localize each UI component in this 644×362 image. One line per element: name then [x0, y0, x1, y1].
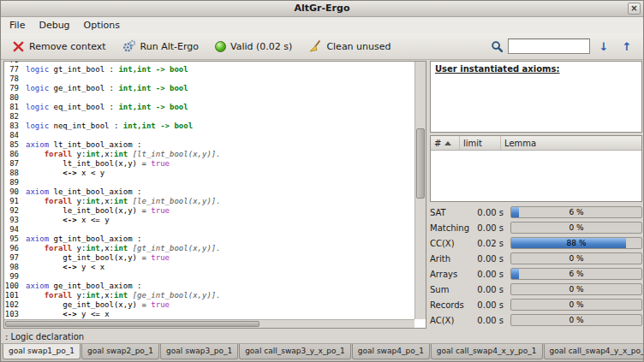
menu-item-options[interactable]: Options [77, 18, 127, 33]
code-line[interactable]: 93 <-> x <= y [4, 216, 414, 225]
code-lines: 7677logic gt_int_bool : int,int -> bool7… [4, 62, 414, 319]
code-token: logic [26, 65, 49, 74]
column-limit-label: limit [463, 139, 482, 148]
code-text: <-> y < x [26, 263, 104, 272]
tab-goal-swap4_po_1[interactable]: goal swap4_po_1 [352, 344, 430, 359]
column-lemma-label: Lemma [504, 139, 536, 148]
progress-bar: 88 % [510, 237, 642, 249]
code-text: forall y:int,x:int [le_int_bool(x,y)]. [26, 197, 221, 206]
code-token: int [114, 150, 128, 158]
close-button[interactable]: × [628, 3, 641, 15]
instantiated-axioms-header: User instantiated axioms: [435, 64, 559, 74]
code-line[interactable]: 78 [4, 74, 414, 84]
code-text: ge_int_bool(x,y) = true [26, 300, 170, 310]
code-line[interactable]: 103 <-> y <= x [4, 310, 414, 319]
editor-hscrollbar[interactable] [4, 319, 414, 328]
code-token: [le_int_bool(x,y)]. [133, 197, 221, 205]
line-number: 77 [4, 65, 26, 74]
editor-vscrollbar[interactable] [414, 62, 426, 319]
code-editor[interactable]: 7677logic gt_int_bool : int,int -> bool7… [4, 62, 414, 319]
line-number: 81 [4, 103, 26, 112]
code-token: le_int_bool_axiom : [49, 187, 141, 196]
code-text: axiom lt_int_bool_axiom : [26, 140, 141, 150]
code-text: <-> x < y [26, 169, 104, 178]
progress-label: 0 % [511, 253, 641, 264]
menu-item-debug[interactable]: Debug [32, 18, 76, 33]
code-token: true [151, 206, 170, 215]
code-line[interactable]: 92 le_int_bool(x,y) = true [4, 206, 414, 216]
code-line[interactable]: 95axiom gt_int_bool_axiom : [4, 234, 414, 244]
search-input[interactable] [508, 39, 590, 54]
column-header-index[interactable]: # [431, 136, 460, 150]
stat-time: 0.00 s [473, 300, 510, 310]
tab-goal-call_swap3_y_x_po_1[interactable]: goal call_swap3_y_x_po_1 [239, 344, 351, 359]
search-next-button[interactable]: ↓ [594, 38, 613, 55]
hscrollbar-thumb[interactable] [5, 321, 259, 327]
menu-item-file[interactable]: File [3, 18, 32, 33]
progress-label: 0 % [511, 284, 641, 294]
code-text: logic gt_int_bool : int,int -> bool [26, 65, 188, 74]
toolbar: Remove context Run Alt-Ergo Valid (0.02 … [1, 33, 643, 60]
code-token: int [86, 291, 99, 300]
stat-time: 0.00 s [473, 254, 510, 264]
code-token: neq_int_bool : [49, 122, 123, 130]
run-alt-ergo-button[interactable]: Run Alt-Ergo [116, 37, 205, 56]
code-token: ,x: [100, 244, 114, 252]
code-line[interactable]: 102 ge_int_bool(x,y) = true [4, 300, 414, 310]
code-line[interactable]: 94 [4, 225, 414, 234]
code-token: logic [26, 122, 49, 130]
code-line[interactable]: 100axiom ge_int_bool_axiom : [4, 282, 414, 291]
code-line[interactable]: 79logic ge_int_bool : int,int -> bool [4, 84, 414, 93]
code-line[interactable]: 77logic gt_int_bool : int,int -> bool [4, 65, 414, 74]
code-line[interactable]: 101 forall y:int,x:int [ge_int_bool(x,y)… [4, 291, 414, 300]
progress-label: 0 % [511, 300, 641, 310]
tab-goal-swap1_po_1[interactable]: goal swap1_po_1 [3, 344, 80, 359]
line-number: 79 [4, 84, 26, 93]
code-line[interactable]: 99 [4, 272, 414, 282]
line-number: 98 [4, 263, 26, 272]
code-token: ge_int_bool(x,y) = [26, 300, 151, 309]
code-line[interactable]: 91 forall y:int,x:int [le_int_bool(x,y)]… [4, 197, 414, 206]
code-line[interactable]: 90axiom le_int_bool_axiom : [4, 187, 414, 197]
column-header-lemma[interactable]: Lemma [501, 136, 641, 150]
lemma-table: # limit Lemma [430, 135, 642, 202]
code-token: le_int_bool(x,y) = [26, 206, 151, 215]
code-line[interactable]: 89 [4, 178, 414, 187]
window-titlebar: AltGr-Ergo × [1, 1, 643, 17]
tab-goal-swap3_po_1[interactable]: goal swap3_po_1 [160, 344, 238, 359]
vscrollbar-thumb[interactable] [416, 128, 425, 198]
line-number: 97 [4, 253, 26, 263]
code-line[interactable]: 96 forall y:int,x:int [gt_int_bool(x,y)]… [4, 244, 414, 253]
tab-goal-call_swap4_y_x_po_1[interactable]: goal call_swap4_y_x_po_1 [544, 344, 644, 359]
code-line[interactable]: 80 [4, 93, 414, 103]
code-line[interactable]: 83logic neq_int_bool : int,int -> bool [4, 122, 414, 131]
code-token: true [151, 300, 170, 309]
code-line[interactable]: 85axiom lt_int_bool_axiom : [4, 140, 414, 150]
code-line[interactable]: 98 <-> y < x [4, 263, 414, 272]
code-line[interactable]: 97 gt_int_bool(x,y) = true [4, 253, 414, 263]
stat-row-matching: Matching0.00 s0 % [430, 220, 642, 235]
line-number: 88 [4, 169, 26, 178]
code-line[interactable]: 82 [4, 112, 414, 122]
progress-bar: 0 % [510, 283, 642, 295]
code-line[interactable]: 81logic eq_int_bool : int,int -> bool [4, 103, 414, 112]
code-token: ,x: [100, 291, 114, 300]
tab-goal-call_swap4_x_y_po_1[interactable]: goal call_swap4_x_y_po_1 [431, 344, 543, 359]
code-line[interactable]: 84 [4, 131, 414, 140]
code-line[interactable]: 87 lt_int_bool(x,y) = true [4, 159, 414, 169]
search-prev-button[interactable]: ↑ [617, 38, 636, 55]
stat-label: Records [430, 300, 473, 310]
editor-pane: 7677logic gt_int_bool : int,int -> bool7… [3, 61, 426, 329]
code-token: int [114, 197, 128, 205]
clean-unused-button[interactable]: Clean unused [302, 37, 397, 56]
line-number: 102 [4, 300, 26, 310]
code-line[interactable]: 86 forall y:int,x:int [lt_int_bool(x,y)]… [4, 150, 414, 159]
code-token: ,x: [100, 150, 114, 158]
remove-context-button[interactable]: Remove context [6, 38, 112, 56]
tab-goal-swap2_po_1[interactable]: goal swap2_po_1 [81, 344, 159, 359]
line-number: 86 [4, 150, 26, 159]
code-token [26, 291, 45, 300]
code-text: axiom gt_int_bool_axiom : [26, 234, 141, 244]
code-line[interactable]: 88 <-> x < y [4, 169, 414, 178]
column-header-limit[interactable]: limit [460, 136, 501, 150]
